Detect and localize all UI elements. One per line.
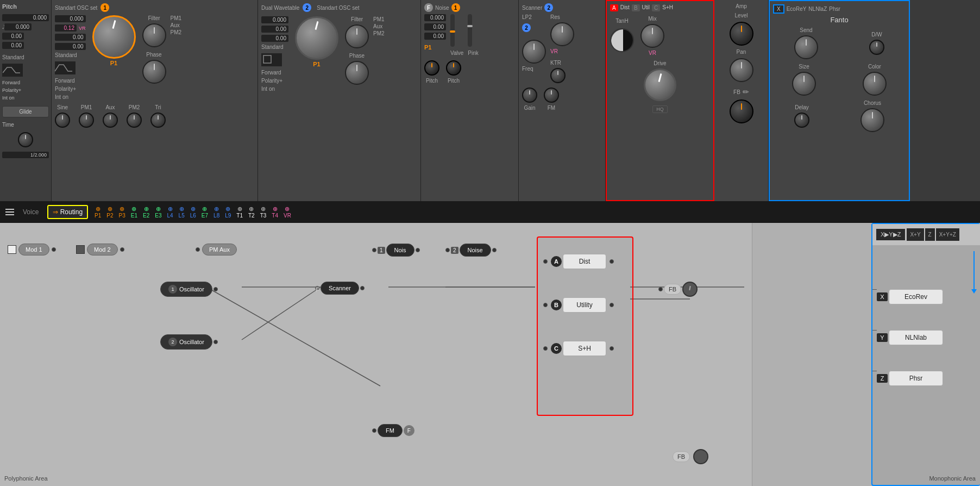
noise2-out[interactable] <box>492 248 497 252</box>
noise1-in[interactable] <box>372 248 376 252</box>
osc2-phase-knob[interactable] <box>345 61 369 85</box>
xyz-plus-btn[interactable]: X+Y+Z <box>936 228 959 241</box>
mod2-check[interactable] <box>76 245 85 254</box>
nav-point-l9[interactable]: ⊕ L9 <box>223 204 233 220</box>
osc2-pill[interactable]: 2 Oscillator <box>160 334 212 350</box>
osc1-filter-knob[interactable] <box>142 23 166 47</box>
glide-button[interactable]: Glide <box>2 106 49 117</box>
dist-out[interactable] <box>610 259 614 264</box>
nav-point-p2[interactable]: ⊕ P2 <box>104 204 115 220</box>
noise1-out[interactable] <box>416 248 420 252</box>
eco-chorus-knob[interactable] <box>860 108 884 132</box>
scanner-pill[interactable]: Scanner <box>321 282 359 295</box>
eco-dw-knob[interactable] <box>869 40 884 55</box>
pm-aux-pill[interactable]: PM Aux <box>202 244 237 256</box>
time-knob[interactable] <box>18 132 33 147</box>
nav-point-l6[interactable]: ⊕ L6 <box>188 204 198 220</box>
scanner-fm-knob[interactable] <box>544 88 559 103</box>
nav-point-l5[interactable]: ⊕ L5 <box>177 204 187 220</box>
nav-point-e2[interactable]: ⊕ E2 <box>141 204 152 220</box>
util-pill[interactable]: Utility <box>563 297 606 313</box>
fb-bottom-knob[interactable] <box>693 449 708 464</box>
scanner-freq-knob[interactable] <box>522 40 546 64</box>
tanh-knob[interactable] <box>610 28 634 52</box>
fb-in[interactable] <box>658 287 663 291</box>
nav-point-vr[interactable]: ⊕ VR <box>281 204 293 220</box>
nav-point-t2[interactable]: ⊕ T2 <box>246 204 257 220</box>
nlnlab-pill[interactable]: NLNlab <box>889 330 943 345</box>
nav-point-p1[interactable]: ⊕ P1 <box>92 204 103 220</box>
nav-point-p3[interactable]: ⊕ P3 <box>117 204 128 220</box>
sine-knob[interactable] <box>55 113 70 128</box>
pm2b-knob[interactable] <box>127 113 142 128</box>
noise-pitch2-knob[interactable] <box>446 60 461 76</box>
nav-point-l8[interactable]: ⊕ L8 <box>211 204 222 220</box>
nav-point-e7[interactable]: ⊕ E7 <box>199 204 210 220</box>
osc1-pill[interactable]: 1 Oscillator <box>160 282 212 297</box>
fx-dist-label[interactable]: Dist <box>620 4 630 11</box>
osc2-badge[interactable]: 2 <box>303 3 311 12</box>
nav-point-t4[interactable]: ⊕ T4 <box>269 204 280 220</box>
xy-btn[interactable]: X+Y <box>907 228 924 241</box>
amp-pan-knob[interactable] <box>730 58 753 82</box>
fm-pill[interactable]: FM <box>378 424 403 437</box>
phsr-pill[interactable]: Phsr <box>889 371 943 386</box>
nav-point-l4[interactable]: ⊕ L4 <box>165 204 175 220</box>
noise-slider2[interactable] <box>468 14 472 47</box>
osc1-badge[interactable]: 1 <box>100 3 109 12</box>
util-in[interactable] <box>543 303 548 307</box>
scanner-out[interactable] <box>360 286 365 290</box>
sh-pill[interactable]: S+H <box>563 341 606 356</box>
amp-fb-knob[interactable] <box>730 99 753 123</box>
fx-sh-label[interactable]: S+H <box>662 4 673 11</box>
drive-knob[interactable] <box>644 68 676 101</box>
mod1-out[interactable] <box>52 247 56 252</box>
util-out[interactable] <box>610 303 614 307</box>
pm1b-knob[interactable] <box>79 113 94 128</box>
nav-point-t1[interactable]: ⊕ T1 <box>234 204 245 220</box>
osc1-phase-knob[interactable] <box>142 60 166 84</box>
tri-knob[interactable] <box>150 113 166 128</box>
mod1-check[interactable] <box>8 245 16 254</box>
nav-point-t3[interactable]: ⊕ T3 <box>258 204 269 220</box>
hq-btn[interactable]: HQ <box>652 105 668 113</box>
fb-knob[interactable] <box>682 282 698 297</box>
xyz-btn[interactable]: X▶Y▶Z <box>876 229 905 240</box>
dist-in[interactable] <box>543 259 548 264</box>
pm-aux-in[interactable] <box>196 247 200 252</box>
amp-level-knob[interactable] <box>730 22 753 46</box>
eco-send-knob[interactable] <box>794 35 818 59</box>
noise-slider1[interactable] <box>450 14 455 47</box>
eco-delay-knob[interactable] <box>794 113 809 128</box>
noise1-pill[interactable]: Nois <box>386 244 414 257</box>
osc1-main-knob[interactable] <box>92 15 136 59</box>
sh-in[interactable] <box>543 346 548 351</box>
mod2-pill[interactable]: Mod 2 <box>87 244 118 256</box>
noise2-in[interactable] <box>445 248 450 252</box>
voice-tab[interactable]: Voice <box>18 206 43 218</box>
osc2-out[interactable] <box>213 340 218 344</box>
noise2-pill[interactable]: Noise <box>460 244 491 257</box>
sh-out[interactable] <box>610 346 614 351</box>
fx-util-label[interactable]: Util <box>642 4 650 11</box>
scanner-ktr-knob[interactable] <box>550 68 566 83</box>
osc2-main-knob[interactable] <box>295 16 338 60</box>
mix-knob[interactable] <box>640 24 664 48</box>
hamburger-menu[interactable] <box>5 209 14 215</box>
eco-size-knob[interactable] <box>792 72 816 96</box>
noise-pitch1-knob[interactable] <box>424 60 439 76</box>
fb-pill[interactable]: FB <box>664 284 681 295</box>
ecorev-pill[interactable]: EcoRev <box>889 289 943 304</box>
eco-color-knob[interactable] <box>863 72 887 96</box>
auxb-knob[interactable] <box>103 113 118 128</box>
nav-point-e1[interactable]: ⊕ E1 <box>129 204 140 220</box>
scanner-gain-knob[interactable] <box>522 88 537 103</box>
mod1-pill[interactable]: Mod 1 <box>18 244 49 256</box>
nav-point-e3[interactable]: ⊕ E3 <box>153 204 164 220</box>
osc1-out[interactable] <box>213 287 218 291</box>
osc2-filter-knob[interactable] <box>345 24 369 48</box>
mod2-out[interactable] <box>120 247 124 252</box>
z-btn[interactable]: Z <box>925 228 935 241</box>
scanner-res-knob[interactable] <box>550 22 574 46</box>
routing-tab[interactable]: ⇒ Routing <box>47 205 88 219</box>
